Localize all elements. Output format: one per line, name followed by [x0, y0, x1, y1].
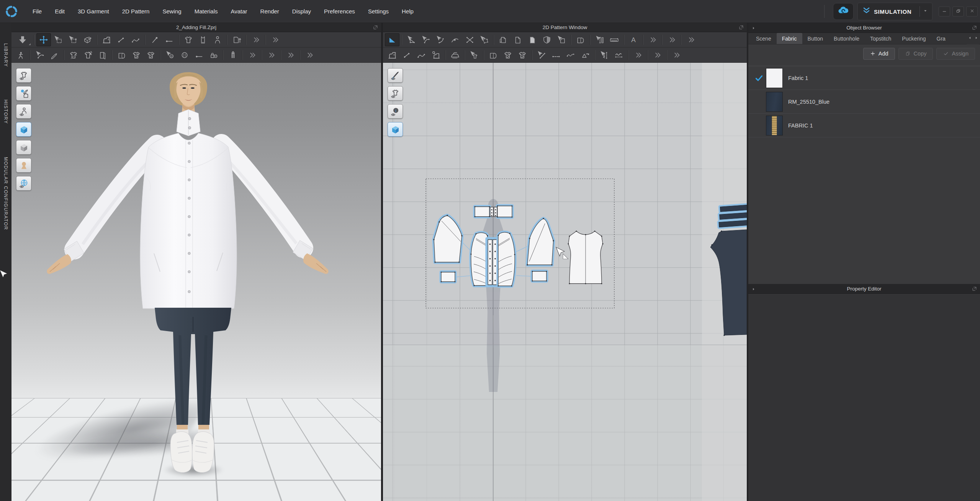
- fold-pattern-tool[interactable]: [467, 49, 481, 62]
- show-garment-toggle[interactable]: [16, 68, 31, 83]
- edit-texture-tool[interactable]: [501, 49, 515, 62]
- pattern-outline-tool[interactable]: [510, 33, 525, 46]
- fold-arrangement-tool[interactable]: [95, 49, 110, 62]
- shirring-tool[interactable]: [597, 49, 612, 62]
- overflow-more-2[interactable]: [650, 49, 664, 62]
- select-rectangle-tool[interactable]: [51, 33, 65, 46]
- rail-tab-history[interactable]: HISTORY: [3, 100, 8, 124]
- edit-garment-curve-tool[interactable]: [66, 49, 81, 62]
- overflow-more-1[interactable]: [645, 33, 660, 46]
- textured-surface-toggle[interactable]: [16, 122, 31, 137]
- show-silhouette-toggle[interactable]: [388, 86, 403, 101]
- overflow-more-3[interactable]: [283, 49, 298, 62]
- dart-tool[interactable]: [554, 33, 569, 46]
- pattern-front-left[interactable]: [471, 233, 488, 286]
- gizmo-tool[interactable]: [80, 33, 95, 46]
- free-sewing-tool[interactable]: [414, 49, 429, 62]
- overflow-more-2[interactable]: [664, 33, 679, 46]
- fabric-roll-tool[interactable]: [486, 49, 501, 62]
- minimize-button[interactable]: [939, 7, 950, 16]
- overflow-more-2[interactable]: [268, 33, 282, 46]
- pin-tool[interactable]: [147, 33, 162, 46]
- menu-file[interactable]: File: [26, 0, 48, 23]
- overflow-more-2[interactable]: [264, 49, 278, 62]
- overflow-more-4[interactable]: [302, 49, 317, 62]
- sewing-machine-tool[interactable]: [385, 49, 399, 62]
- apply-texture-tool[interactable]: [515, 49, 530, 62]
- iron-steam-tool[interactable]: [448, 49, 462, 62]
- close-button[interactable]: [966, 7, 978, 16]
- wave-basting-tool[interactable]: [563, 49, 578, 62]
- overflow-more-1[interactable]: [245, 49, 259, 62]
- measure-ruler-tool[interactable]: [592, 33, 607, 46]
- edit-polygon-tool[interactable]: [477, 33, 491, 46]
- fabric-roll-tool[interactable]: [573, 33, 588, 46]
- show-avatar-toggle[interactable]: [16, 104, 31, 119]
- assign-button[interactable]: Assign: [936, 48, 975, 60]
- pattern-front-right[interactable]: [498, 232, 515, 286]
- tab-fabric[interactable]: Fabric: [777, 33, 802, 44]
- 2d-pattern-viewport[interactable]: i: [383, 63, 747, 501]
- pattern-back-bodice[interactable]: [568, 231, 603, 284]
- pattern-cuff-left[interactable]: [441, 272, 455, 282]
- fabric-row-rm-25510-blue[interactable]: RM_25510_Blue: [748, 90, 980, 114]
- vest-arrangement-tool[interactable]: [196, 33, 210, 46]
- fabric-roll-tool[interactable]: [115, 49, 129, 62]
- dart-move-tool[interactable]: [578, 49, 592, 62]
- edit-curve-point-tool[interactable]: [433, 33, 448, 46]
- 3d-popout-icon[interactable]: [373, 24, 378, 32]
- pattern-right-sleeve[interactable]: [527, 219, 553, 265]
- fabric-row-fabric-1[interactable]: Fabric 1: [748, 66, 980, 90]
- paint-garment-toggle[interactable]: [16, 86, 31, 101]
- pattern-information-toggle[interactable]: i: [388, 104, 403, 119]
- 3d-window-titlebar[interactable]: 2_Adding Fill.Zprj: [11, 23, 381, 32]
- simulation-button[interactable]: SIMULATION: [857, 3, 933, 20]
- pattern-cuff-right[interactable]: [532, 271, 546, 281]
- pattern-left-sleeve[interactable]: [434, 215, 462, 262]
- 3d-viewport[interactable]: [11, 63, 381, 501]
- garment-pen-tool[interactable]: [81, 49, 95, 62]
- add-button[interactable]: Add: [863, 48, 895, 60]
- buttonhole-tool[interactable]: [192, 49, 206, 62]
- new-pattern-tool[interactable]: [525, 33, 540, 46]
- menu-avatar[interactable]: Avatar: [224, 0, 254, 23]
- avatar-3d[interactable]: [11, 63, 381, 501]
- tack-tool[interactable]: [162, 33, 177, 46]
- edit-pattern-tool[interactable]: [404, 33, 419, 46]
- copy-button[interactable]: Copy: [898, 48, 933, 60]
- pattern-collar[interactable]: [475, 206, 512, 217]
- menu-edit[interactable]: Edit: [48, 0, 71, 23]
- menu-preferences[interactable]: Preferences: [317, 0, 362, 23]
- button-tool[interactable]: [177, 49, 192, 62]
- pattern-pieces-canvas[interactable]: [383, 63, 747, 501]
- overflow-more-3[interactable]: [684, 33, 698, 46]
- object-browser-popout-icon[interactable]: [972, 25, 977, 32]
- textured-pattern-toggle[interactable]: [388, 122, 403, 137]
- menu-display[interactable]: Display: [286, 0, 317, 23]
- lift-pattern-tool[interactable]: [229, 33, 244, 46]
- tab-button[interactable]: Button: [802, 33, 828, 44]
- detect-sewing-tool[interactable]: [429, 49, 443, 62]
- text-tool[interactable]: A: [626, 33, 641, 46]
- show-avatar-skin-toggle[interactable]: [16, 158, 31, 173]
- rail-tab-library[interactable]: LIBRARY: [3, 43, 8, 67]
- restore-button[interactable]: [952, 7, 964, 16]
- 2d-popout-icon[interactable]: [738, 24, 744, 32]
- zipper-tool[interactable]: [226, 49, 240, 62]
- apply-texture-tool[interactable]: [144, 49, 158, 62]
- sewing-pen-tool[interactable]: [47, 49, 62, 62]
- object-browser-header[interactable]: Object Browser: [748, 23, 980, 33]
- open-garment-tool[interactable]: [181, 33, 196, 46]
- tape-measure-tool[interactable]: [607, 33, 622, 46]
- thick-textured-surface-toggle[interactable]: [16, 140, 31, 155]
- show-3d-grid-toggle[interactable]: [16, 176, 31, 191]
- clo-cloud-button[interactable]: [833, 3, 854, 20]
- menu-help[interactable]: Help: [395, 0, 420, 23]
- window-divider[interactable]: [381, 23, 383, 501]
- property-editor-popout-icon[interactable]: [972, 286, 977, 293]
- menu-materials[interactable]: Materials: [188, 0, 224, 23]
- trace-pattern-tool[interactable]: [496, 33, 510, 46]
- grainline-tool[interactable]: [534, 49, 549, 62]
- tab-puckering[interactable]: Puckering: [897, 33, 931, 44]
- edit-sewing-tool[interactable]: [33, 49, 47, 62]
